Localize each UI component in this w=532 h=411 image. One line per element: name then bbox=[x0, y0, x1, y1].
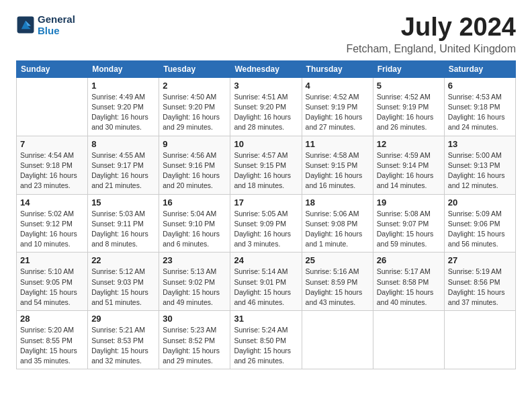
day-info: Sunrise: 5:00 AMSunset: 9:13 PMDaylight:… bbox=[448, 150, 512, 191]
day-number: 5 bbox=[377, 81, 441, 91]
day-info: Sunrise: 4:55 AMSunset: 9:17 PMDaylight:… bbox=[91, 150, 155, 191]
calendar-cell: 22Sunrise: 5:12 AMSunset: 9:03 PMDayligh… bbox=[88, 253, 159, 311]
calendar-cell: 31Sunrise: 5:24 AMSunset: 8:50 PMDayligh… bbox=[230, 311, 302, 369]
day-number: 3 bbox=[234, 81, 298, 91]
day-info: Sunrise: 4:59 AMSunset: 9:14 PMDaylight:… bbox=[377, 150, 441, 191]
month-title: July 2024 bbox=[346, 13, 516, 42]
day-info: Sunrise: 5:17 AMSunset: 8:58 PMDaylight:… bbox=[377, 267, 441, 308]
day-number: 8 bbox=[91, 139, 155, 149]
calendar-cell: 10Sunrise: 4:57 AMSunset: 9:15 PMDayligh… bbox=[230, 136, 302, 194]
day-number: 20 bbox=[448, 197, 512, 208]
day-info: Sunrise: 5:14 AMSunset: 9:01 PMDaylight:… bbox=[234, 267, 298, 308]
day-number: 22 bbox=[91, 255, 155, 265]
col-header-tuesday: Tuesday bbox=[159, 60, 230, 77]
calendar-cell bbox=[17, 77, 88, 136]
calendar-cell: 3Sunrise: 4:51 AMSunset: 9:20 PMDaylight… bbox=[230, 77, 302, 136]
calendar-cell bbox=[302, 311, 373, 369]
col-header-friday: Friday bbox=[373, 60, 444, 77]
day-number: 28 bbox=[20, 314, 84, 324]
day-info: Sunrise: 5:16 AMSunset: 8:59 PMDaylight:… bbox=[306, 267, 369, 308]
calendar-cell bbox=[444, 311, 515, 369]
calendar-cell: 5Sunrise: 4:52 AMSunset: 9:19 PMDaylight… bbox=[373, 77, 444, 136]
day-number: 11 bbox=[306, 139, 369, 149]
day-info: Sunrise: 5:20 AMSunset: 8:55 PMDaylight:… bbox=[20, 325, 84, 366]
day-info: Sunrise: 4:57 AMSunset: 9:15 PMDaylight:… bbox=[234, 150, 298, 191]
calendar-cell: 15Sunrise: 5:03 AMSunset: 9:11 PMDayligh… bbox=[88, 194, 159, 253]
day-info: Sunrise: 5:24 AMSunset: 8:50 PMDaylight:… bbox=[234, 325, 298, 366]
logo-line2: Blue bbox=[38, 25, 75, 36]
day-number: 4 bbox=[306, 81, 369, 91]
calendar-cell: 20Sunrise: 5:09 AMSunset: 9:06 PMDayligh… bbox=[444, 194, 515, 253]
calendar-cell: 28Sunrise: 5:20 AMSunset: 8:55 PMDayligh… bbox=[17, 311, 88, 369]
day-number: 15 bbox=[91, 197, 155, 208]
calendar-cell: 6Sunrise: 4:53 AMSunset: 9:18 PMDaylight… bbox=[444, 77, 515, 136]
day-info: Sunrise: 4:49 AMSunset: 9:20 PMDaylight:… bbox=[91, 92, 155, 133]
day-info: Sunrise: 5:04 AMSunset: 9:10 PMDaylight:… bbox=[163, 209, 226, 250]
day-info: Sunrise: 5:12 AMSunset: 9:03 PMDaylight:… bbox=[91, 267, 155, 308]
day-number: 7 bbox=[20, 139, 84, 149]
day-info: Sunrise: 5:02 AMSunset: 9:12 PMDaylight:… bbox=[20, 209, 84, 250]
calendar-cell: 26Sunrise: 5:17 AMSunset: 8:58 PMDayligh… bbox=[373, 253, 444, 311]
calendar-cell: 4Sunrise: 4:52 AMSunset: 9:19 PMDaylight… bbox=[302, 77, 373, 136]
calendar-cell: 8Sunrise: 4:55 AMSunset: 9:17 PMDaylight… bbox=[88, 136, 159, 194]
day-number: 31 bbox=[234, 314, 298, 324]
day-info: Sunrise: 5:13 AMSunset: 9:02 PMDaylight:… bbox=[163, 267, 226, 308]
day-number: 14 bbox=[20, 197, 84, 208]
calendar-cell: 17Sunrise: 5:05 AMSunset: 9:09 PMDayligh… bbox=[230, 194, 302, 253]
calendar-table: SundayMondayTuesdayWednesdayThursdayFrid… bbox=[16, 60, 516, 369]
col-header-saturday: Saturday bbox=[444, 60, 515, 77]
day-info: Sunrise: 4:54 AMSunset: 9:18 PMDaylight:… bbox=[20, 150, 84, 191]
day-info: Sunrise: 5:21 AMSunset: 8:53 PMDaylight:… bbox=[91, 325, 155, 366]
day-number: 19 bbox=[377, 197, 441, 208]
calendar-cell: 1Sunrise: 4:49 AMSunset: 9:20 PMDaylight… bbox=[88, 77, 159, 136]
day-number: 21 bbox=[20, 255, 84, 265]
day-number: 29 bbox=[91, 314, 155, 324]
logo: General Blue bbox=[16, 13, 75, 37]
calendar-cell: 23Sunrise: 5:13 AMSunset: 9:02 PMDayligh… bbox=[159, 253, 230, 311]
calendar-cell bbox=[373, 311, 444, 369]
day-number: 10 bbox=[234, 139, 298, 149]
calendar-cell: 25Sunrise: 5:16 AMSunset: 8:59 PMDayligh… bbox=[302, 253, 373, 311]
col-header-monday: Monday bbox=[88, 60, 159, 77]
day-info: Sunrise: 5:23 AMSunset: 8:52 PMDaylight:… bbox=[163, 325, 226, 366]
day-number: 17 bbox=[234, 197, 298, 208]
day-info: Sunrise: 5:03 AMSunset: 9:11 PMDaylight:… bbox=[91, 209, 155, 250]
calendar-cell: 29Sunrise: 5:21 AMSunset: 8:53 PMDayligh… bbox=[88, 311, 159, 369]
col-header-sunday: Sunday bbox=[17, 60, 88, 77]
day-info: Sunrise: 5:10 AMSunset: 9:05 PMDaylight:… bbox=[20, 267, 84, 308]
calendar-cell: 19Sunrise: 5:08 AMSunset: 9:07 PMDayligh… bbox=[373, 194, 444, 253]
title-block: July 2024 Fetcham, England, United Kingd… bbox=[346, 13, 516, 55]
calendar-cell: 24Sunrise: 5:14 AMSunset: 9:01 PMDayligh… bbox=[230, 253, 302, 311]
day-info: Sunrise: 4:52 AMSunset: 9:19 PMDaylight:… bbox=[377, 92, 441, 133]
day-number: 12 bbox=[377, 139, 441, 149]
day-number: 18 bbox=[306, 197, 369, 208]
calendar-cell: 12Sunrise: 4:59 AMSunset: 9:14 PMDayligh… bbox=[373, 136, 444, 194]
logo-icon bbox=[16, 15, 35, 34]
calendar-cell: 16Sunrise: 5:04 AMSunset: 9:10 PMDayligh… bbox=[159, 194, 230, 253]
location-title: Fetcham, England, United Kingdom bbox=[346, 43, 516, 55]
day-info: Sunrise: 4:52 AMSunset: 9:19 PMDaylight:… bbox=[306, 92, 369, 133]
day-number: 6 bbox=[448, 81, 512, 91]
day-info: Sunrise: 4:50 AMSunset: 9:20 PMDaylight:… bbox=[163, 92, 226, 133]
day-number: 16 bbox=[163, 197, 226, 208]
day-info: Sunrise: 5:19 AMSunset: 8:56 PMDaylight:… bbox=[448, 267, 512, 308]
calendar-cell: 30Sunrise: 5:23 AMSunset: 8:52 PMDayligh… bbox=[159, 311, 230, 369]
day-info: Sunrise: 4:56 AMSunset: 9:16 PMDaylight:… bbox=[163, 150, 226, 191]
calendar-cell: 9Sunrise: 4:56 AMSunset: 9:16 PMDaylight… bbox=[159, 136, 230, 194]
page-header: General Blue July 2024 Fetcham, England,… bbox=[16, 13, 516, 55]
day-number: 23 bbox=[163, 255, 226, 265]
day-number: 13 bbox=[448, 139, 512, 149]
day-number: 9 bbox=[163, 139, 226, 149]
day-number: 2 bbox=[163, 81, 226, 91]
calendar-cell: 14Sunrise: 5:02 AMSunset: 9:12 PMDayligh… bbox=[17, 194, 88, 253]
day-number: 27 bbox=[448, 255, 512, 265]
day-info: Sunrise: 5:08 AMSunset: 9:07 PMDaylight:… bbox=[377, 209, 441, 250]
calendar-cell: 2Sunrise: 4:50 AMSunset: 9:20 PMDaylight… bbox=[159, 77, 230, 136]
calendar-cell: 27Sunrise: 5:19 AMSunset: 8:56 PMDayligh… bbox=[444, 253, 515, 311]
day-number: 25 bbox=[306, 255, 369, 265]
calendar-cell: 18Sunrise: 5:06 AMSunset: 9:08 PMDayligh… bbox=[302, 194, 373, 253]
day-info: Sunrise: 5:06 AMSunset: 9:08 PMDaylight:… bbox=[306, 209, 369, 250]
day-info: Sunrise: 5:05 AMSunset: 9:09 PMDaylight:… bbox=[234, 209, 298, 250]
day-number: 26 bbox=[377, 255, 441, 265]
calendar-cell: 11Sunrise: 4:58 AMSunset: 9:15 PMDayligh… bbox=[302, 136, 373, 194]
